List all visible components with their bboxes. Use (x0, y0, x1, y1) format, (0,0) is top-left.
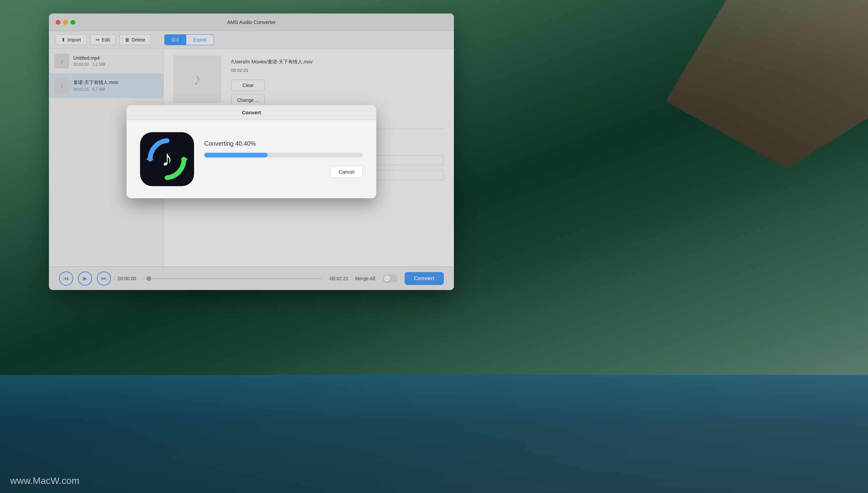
convert-dialog: Convert ♪ (127, 105, 376, 198)
watermark: www.MacW.com (10, 475, 79, 486)
main-window: AMS Audio Converter ⬆ Import ✏ Edit 🗑 De… (49, 14, 454, 290)
app-icon: ♪ (140, 132, 194, 186)
convert-progress-area: Converting 40.40% Cancel (204, 140, 363, 178)
progress-bar-container (204, 153, 363, 157)
modal-content: ♪ Converting 40.40% Cancel (127, 120, 376, 198)
app-icon-container: ♪ (140, 132, 194, 186)
modal-title-bar: Convert (127, 105, 376, 120)
converting-text: Converting 40.40% (204, 140, 363, 147)
svg-text:♪: ♪ (162, 146, 173, 171)
modal-overlay: Convert ♪ (49, 14, 454, 290)
modal-title: Convert (242, 110, 261, 115)
ocean-bg (0, 375, 868, 493)
progress-bar-fill (204, 153, 268, 157)
modal-cancel-button[interactable]: Cancel (330, 166, 363, 178)
